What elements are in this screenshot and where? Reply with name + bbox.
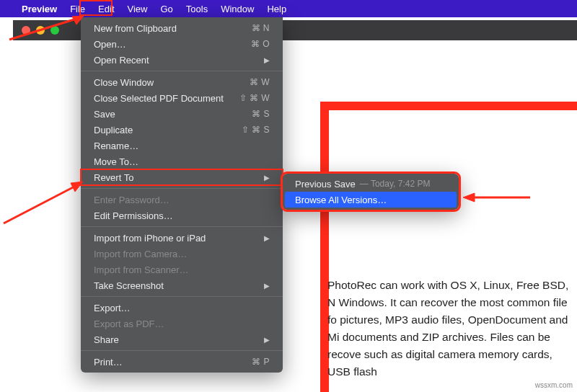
- menu-open[interactable]: Open…⌘ O: [81, 36, 283, 52]
- shortcut: ⌘ W: [250, 77, 270, 87]
- file-menu: New from Clipboard⌘ N Open…⌘ O Open Rece…: [81, 17, 283, 373]
- chevron-right-icon: ▶: [264, 56, 270, 64]
- menu-take-screenshot[interactable]: Take Screenshot▶: [81, 277, 283, 293]
- doc-paragraph: PhotoRec can work with OS X, Linux, Free…: [327, 277, 571, 380]
- watermark: wssxm.com: [535, 381, 573, 389]
- menu-import-iphone[interactable]: Import from iPhone or iPad▶: [81, 230, 283, 246]
- menu-new-from-clipboard[interactable]: New from Clipboard⌘ N: [81, 20, 283, 36]
- shortcut: ⌘ N: [252, 23, 270, 33]
- menu-help[interactable]: Help: [267, 4, 286, 14]
- menu-file[interactable]: File: [70, 4, 85, 14]
- menu-view[interactable]: View: [128, 4, 148, 14]
- submenu-browse-all-versions[interactable]: Browse All Versions…: [285, 192, 457, 208]
- menu-share[interactable]: Share▶: [81, 331, 283, 347]
- chevron-right-icon: ▶: [264, 336, 270, 344]
- menu-close-window[interactable]: Close Window⌘ W: [81, 74, 283, 90]
- revert-to-submenu: Previous Save — Today, 7:42 PM Browse Al…: [283, 174, 459, 210]
- menu-separator: [81, 226, 283, 227]
- menu-tools[interactable]: Tools: [186, 4, 208, 14]
- minimize-window-dot[interactable]: [36, 26, 45, 35]
- menu-rename[interactable]: Rename…: [81, 138, 283, 153]
- menubar: Preview File Edit View Go Tools Window H…: [0, 0, 577, 17]
- menu-go[interactable]: Go: [160, 4, 172, 14]
- menu-separator: [81, 350, 283, 351]
- zoom-window-dot[interactable]: [50, 26, 59, 35]
- menu-print[interactable]: Print…⌘ P: [81, 354, 283, 370]
- menu-enter-password: Enter Password…: [81, 192, 283, 208]
- shortcut: ⌘ P: [252, 357, 270, 367]
- menu-close-selected[interactable]: Close Selected PDF Document⇧ ⌘ W: [81, 90, 283, 106]
- menu-separator: [81, 188, 283, 189]
- menu-edit[interactable]: Edit: [98, 4, 114, 14]
- shortcut: ⇧ ⌘ W: [239, 93, 270, 103]
- chevron-right-icon: ▶: [264, 174, 270, 182]
- menu-move-to[interactable]: Move To…: [81, 153, 283, 169]
- shortcut: ⇧ ⌘ S: [242, 125, 270, 135]
- app-name[interactable]: Preview: [22, 4, 57, 14]
- shortcut: ⌘ S: [252, 109, 270, 119]
- menu-export[interactable]: Export…: [81, 300, 283, 316]
- menu-window[interactable]: Window: [221, 4, 254, 14]
- menu-import-scanner: Import from Scanner…: [81, 262, 283, 277]
- shortcut: ⌘ O: [251, 39, 270, 49]
- submenu-previous-save[interactable]: Previous Save — Today, 7:42 PM: [285, 176, 457, 192]
- document-text: PhotoRec can work with OS X, Linux, Free…: [327, 277, 571, 392]
- menu-duplicate[interactable]: Duplicate⇧ ⌘ S: [81, 122, 283, 138]
- menu-revert-to[interactable]: Revert To▶: [81, 169, 283, 185]
- doc-red-bar-top: [320, 102, 577, 110]
- menu-open-recent[interactable]: Open Recent▶: [81, 52, 283, 68]
- menu-export-pdf: Export as PDF…: [81, 316, 283, 331]
- menu-import-camera: Import from Camera…: [81, 246, 283, 262]
- chevron-right-icon: ▶: [264, 282, 270, 290]
- menu-save[interactable]: Save⌘ S: [81, 106, 283, 122]
- menu-separator: [81, 296, 283, 297]
- chevron-right-icon: ▶: [264, 234, 270, 242]
- close-window-dot[interactable]: [22, 26, 30, 35]
- previous-save-timestamp: — Today, 7:42 PM: [360, 179, 431, 189]
- menu-separator: [81, 71, 283, 71]
- menu-edit-permissions[interactable]: Edit Permissions…: [81, 208, 283, 223]
